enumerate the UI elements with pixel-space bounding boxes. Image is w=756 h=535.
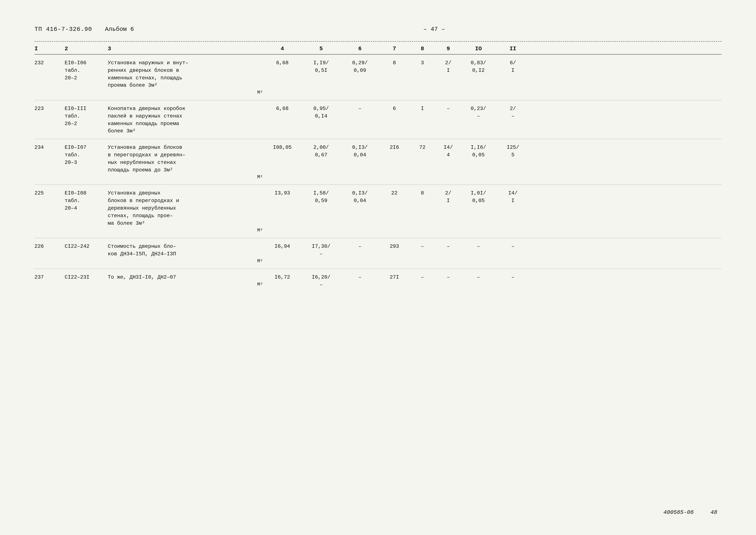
cell-row5-col9: – <box>435 274 461 281</box>
cell-row5-col10: – <box>461 274 496 281</box>
cell-row5-col2: СI22–23I <box>65 274 108 281</box>
cell-row4-col11: – <box>496 243 530 250</box>
cell-row1-col10: 0,23/ – <box>461 105 496 120</box>
cell-row2-col5: 2,00/ 0,67 <box>302 144 340 159</box>
cell-row0-col4: 6,68 <box>263 59 302 67</box>
header-album: Альбом 6 <box>105 26 134 33</box>
cell-row2-col2: ЕI0–I07 табл. 20–3 <box>65 144 108 166</box>
cell-row1-col4: 6,68 <box>263 105 302 113</box>
cell-row1-col1: 223 <box>35 105 65 113</box>
cell-row5-col6: – <box>340 274 379 281</box>
cell-row0-col5: I,I9/ 0,5I <box>302 59 340 74</box>
cell-row5-col5: I6,20/ – <box>302 274 340 289</box>
cell-row4-col4: I6,94 <box>263 243 302 250</box>
cell-row0-col10: 0,83/ 0,I2 <box>461 59 496 74</box>
cell-row3-col8: 8 <box>410 189 435 197</box>
cell-row5-col8: – <box>410 274 435 281</box>
cell-row5-col1: 237 <box>35 274 65 281</box>
cell-row3-col5: I,58/ 0,59 <box>302 189 340 205</box>
cell-row1-col3: Конопатка дверных коробок паклей в наруж… <box>108 105 263 135</box>
cell-row3-col10: I,0I/ 0,05 <box>461 189 496 205</box>
cell-row2-col7: 2I6 <box>379 144 410 152</box>
cell-row2-col9: I4/ 4 <box>435 144 461 159</box>
cell-row5-col3: То же, ДН3I–I0, ДН2–07 М² <box>108 274 263 288</box>
header-code: ТП 416-7-326.90 <box>35 26 92 33</box>
table-row: 234 ЕI0–I07 табл. 20–3 Установка дверных… <box>35 139 721 185</box>
cell-row4-col1: 226 <box>35 243 65 250</box>
cell-row2-col11: I25/ 5 <box>496 144 530 159</box>
cell-row3-col9: 2/ I <box>435 189 461 205</box>
col-header-5: 5 <box>302 45 340 52</box>
header-page: – 47 – <box>423 26 445 33</box>
cell-row3-col1: 225 <box>35 189 65 197</box>
col-header-6: 6 <box>340 45 379 52</box>
cell-row5-col7: 27I <box>379 274 410 281</box>
cell-row0-col8: 3 <box>410 59 435 67</box>
cell-row0-col3: Установка наружных и внут– ренних дверны… <box>108 59 263 96</box>
cell-row4-col7: 293 <box>379 243 410 250</box>
cell-row0-col6: 0,29/ 0,09 <box>340 59 379 74</box>
cell-row5-col11: – <box>496 274 530 281</box>
cell-row0-col1: 232 <box>35 59 65 67</box>
cell-row0-col7: 8 <box>379 59 410 67</box>
table-row: 232 ЕI0–I06 табл. 20–2 Установка наружны… <box>35 55 721 100</box>
cell-row2-col1: 234 <box>35 144 65 152</box>
table-row: 226 СI22–242 Стоимость дверных бло– ков … <box>35 238 721 269</box>
table-row: 223 ЕI0–III табл. 26–2 Конопатка дверных… <box>35 100 721 139</box>
col-header-10: IO <box>461 45 496 52</box>
footer: 400565-06 48 <box>663 509 717 516</box>
col-header-11: II <box>496 45 530 52</box>
cell-row2-col10: I,I6/ 0,05 <box>461 144 496 159</box>
col-header-3: 3 <box>108 45 263 52</box>
cell-row0-col11: 6/ I <box>496 59 530 74</box>
cell-row1-col2: ЕI0–III табл. 26–2 <box>65 105 108 127</box>
table-row: 237 СI22–23I То же, ДН3I–I0, ДН2–07 М² I… <box>35 269 721 293</box>
col-header-4: 4 <box>263 45 302 52</box>
table-body: 232 ЕI0–I06 табл. 20–2 Установка наружны… <box>35 55 721 293</box>
cell-row4-col10: – <box>461 243 496 250</box>
col-header-7: 7 <box>379 45 410 52</box>
cell-row4-col6: – <box>340 243 379 250</box>
cell-row1-col11: 2/ – <box>496 105 530 120</box>
cell-row0-col9: 2/ I <box>435 59 461 74</box>
cell-row5-col4: I6,72 <box>263 274 302 281</box>
footer-page: 48 <box>711 509 717 516</box>
col-header-9: 9 <box>435 45 461 52</box>
cell-row3-col4: I3,93 <box>263 189 302 197</box>
footer-code: 400565-06 <box>663 509 693 516</box>
cell-row1-col5: 0,95/ 0,I4 <box>302 105 340 120</box>
cell-row0-col2: ЕI0–I06 табл. 20–2 <box>65 59 108 82</box>
cell-row3-col7: 22 <box>379 189 410 197</box>
cell-row3-col6: 0,I3/ 0,04 <box>340 189 379 205</box>
cell-row1-col7: 6 <box>379 105 410 113</box>
cell-row2-col3: Установка дверных блоков в перегородках … <box>108 144 263 181</box>
col-header-8: 8 <box>410 45 435 52</box>
cell-row2-col4: I08,05 <box>263 144 302 152</box>
cell-row1-col9: – <box>435 105 461 113</box>
cell-row1-col8: I <box>410 105 435 113</box>
table-row: 225 ЕI0–I08 табл. 20–4 Установка дверных… <box>35 185 721 238</box>
column-headers: I 2 3 4 5 6 7 8 9 IO II <box>35 43 721 55</box>
col-header-1: I <box>35 45 65 52</box>
dashed-separator <box>35 41 721 42</box>
cell-row4-col8: – <box>410 243 435 250</box>
cell-row4-col3: Стоимость дверных бло– ков ДН34–I5П, ДН2… <box>108 243 263 265</box>
cell-row1-col6: – <box>340 105 379 113</box>
cell-row4-col5: I7,30/ – <box>302 243 340 258</box>
cell-row2-col8: 72 <box>410 144 435 152</box>
cell-row3-col11: I4/ I <box>496 189 530 205</box>
col-header-2: 2 <box>65 45 108 52</box>
cell-row4-col2: СI22–242 <box>65 243 108 250</box>
cell-row3-col3: Установка дверных блоков в перегородках … <box>108 189 263 234</box>
cell-row2-col6: 0,I3/ 0,04 <box>340 144 379 159</box>
cell-row4-col9: – <box>435 243 461 250</box>
page-header: ТП 416-7-326.90 Альбом 6 – 47 – <box>35 26 721 33</box>
cell-row3-col2: ЕI0–I08 табл. 20–4 <box>65 189 108 212</box>
